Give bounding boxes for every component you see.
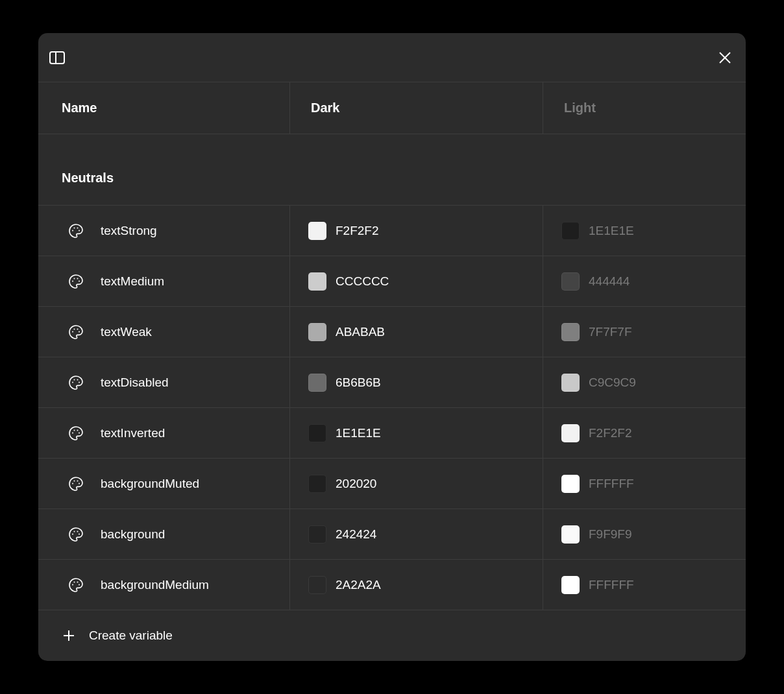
svg-point-20 bbox=[72, 432, 73, 433]
color-swatch[interactable] bbox=[561, 576, 580, 594]
variable-light-cell[interactable]: 1E1E1E bbox=[543, 206, 746, 256]
svg-point-33 bbox=[74, 581, 75, 582]
sidebar-toggle-icon[interactable] bbox=[47, 50, 67, 66]
variable-row[interactable]: textInverted 1E1E1E F2F2F2 bbox=[38, 408, 746, 459]
hex-value-light: C9C9C9 bbox=[589, 376, 636, 390]
variable-dark-cell[interactable]: 202020 bbox=[290, 459, 543, 509]
palette-icon bbox=[68, 324, 84, 340]
header-dark-label: Dark bbox=[311, 101, 339, 115]
variable-name-label: backgroundMuted bbox=[101, 477, 199, 491]
variable-name-cell[interactable]: textInverted bbox=[38, 408, 290, 458]
color-swatch[interactable] bbox=[308, 525, 326, 544]
hex-value-dark: CCCCCC bbox=[336, 274, 389, 289]
create-variable-label: Create variable bbox=[89, 628, 173, 643]
svg-point-28 bbox=[72, 533, 73, 534]
color-swatch[interactable] bbox=[561, 424, 580, 442]
svg-point-23 bbox=[79, 432, 80, 433]
variable-row[interactable]: backgroundMuted 202020 FFFFFF bbox=[38, 459, 746, 509]
variable-name-label: textDisabled bbox=[101, 376, 169, 390]
group-header: Neutrals bbox=[38, 134, 746, 206]
hex-value-dark: ABABAB bbox=[336, 325, 385, 339]
variable-dark-cell[interactable]: 242424 bbox=[290, 509, 543, 559]
svg-point-15 bbox=[79, 331, 80, 332]
variable-name-cell[interactable]: textMedium bbox=[38, 256, 290, 306]
hex-value-dark: 242424 bbox=[336, 527, 376, 542]
header-dark-column[interactable]: Dark bbox=[290, 82, 543, 134]
svg-point-34 bbox=[77, 581, 79, 582]
variable-light-cell[interactable]: F2F2F2 bbox=[543, 408, 746, 458]
palette-icon bbox=[68, 223, 84, 239]
variable-dark-cell[interactable]: 1E1E1E bbox=[290, 408, 543, 458]
palette-icon bbox=[68, 274, 84, 289]
variable-name-cell[interactable]: textWeak bbox=[38, 307, 290, 357]
color-swatch[interactable] bbox=[308, 222, 326, 240]
svg-point-27 bbox=[79, 483, 80, 484]
group-title: Neutrals bbox=[62, 171, 114, 185]
color-swatch[interactable] bbox=[308, 374, 326, 392]
variables-panel: Name Dark Light Neutrals textStrong F2F2… bbox=[38, 33, 746, 661]
svg-point-7 bbox=[79, 230, 80, 231]
color-swatch[interactable] bbox=[561, 222, 580, 240]
palette-icon bbox=[68, 527, 84, 542]
variable-name-cell[interactable]: backgroundMedium bbox=[38, 560, 290, 610]
variable-name-label: textWeak bbox=[101, 325, 152, 339]
hex-value-light: FFFFFF bbox=[589, 477, 634, 491]
header-name-column[interactable]: Name bbox=[38, 82, 290, 134]
svg-point-24 bbox=[72, 483, 73, 484]
variable-light-cell[interactable]: FFFFFF bbox=[543, 459, 746, 509]
titlebar bbox=[38, 33, 746, 82]
variable-name-label: textInverted bbox=[101, 426, 165, 440]
svg-point-4 bbox=[72, 230, 73, 231]
variable-light-cell[interactable]: 7F7F7F bbox=[543, 307, 746, 357]
color-swatch[interactable] bbox=[561, 272, 580, 291]
svg-point-17 bbox=[74, 379, 75, 380]
svg-point-5 bbox=[74, 227, 75, 228]
variable-row[interactable]: textWeak ABABAB 7F7F7F bbox=[38, 307, 746, 357]
create-variable-button[interactable]: Create variable bbox=[38, 610, 746, 661]
palette-icon bbox=[68, 476, 84, 492]
svg-point-35 bbox=[79, 584, 80, 585]
hex-value-light: F9F9F9 bbox=[589, 527, 632, 542]
hex-value-dark: 202020 bbox=[336, 477, 376, 491]
variable-light-cell[interactable]: 444444 bbox=[543, 256, 746, 306]
variable-dark-cell[interactable]: ABABAB bbox=[290, 307, 543, 357]
color-swatch[interactable] bbox=[308, 272, 326, 291]
color-swatch[interactable] bbox=[561, 374, 580, 392]
variable-dark-cell[interactable]: F2F2F2 bbox=[290, 206, 543, 256]
variable-name-cell[interactable]: textStrong bbox=[38, 206, 290, 256]
variable-row[interactable]: textDisabled 6B6B6B C9C9C9 bbox=[38, 357, 746, 408]
variable-name-cell[interactable]: background bbox=[38, 509, 290, 559]
column-headers: Name Dark Light bbox=[38, 82, 746, 134]
color-swatch[interactable] bbox=[561, 525, 580, 544]
hex-value-dark: 2A2A2A bbox=[336, 578, 381, 592]
variable-row[interactable]: textMedium CCCCCC 444444 bbox=[38, 256, 746, 307]
color-swatch[interactable] bbox=[308, 576, 326, 594]
variable-name-label: textMedium bbox=[101, 274, 164, 289]
variable-name-cell[interactable]: backgroundMuted bbox=[38, 459, 290, 509]
variable-row[interactable]: backgroundMedium 2A2A2A FFFFFF bbox=[38, 560, 746, 610]
variable-dark-cell[interactable]: CCCCCC bbox=[290, 256, 543, 306]
color-swatch[interactable] bbox=[308, 323, 326, 341]
color-swatch[interactable] bbox=[561, 323, 580, 341]
color-swatch[interactable] bbox=[561, 475, 580, 493]
variable-light-cell[interactable]: FFFFFF bbox=[543, 560, 746, 610]
svg-point-22 bbox=[77, 429, 79, 431]
svg-point-32 bbox=[72, 584, 73, 585]
header-light-column[interactable]: Light bbox=[543, 82, 746, 134]
color-swatch[interactable] bbox=[308, 424, 326, 442]
color-swatch[interactable] bbox=[308, 475, 326, 493]
hex-value-dark: 1E1E1E bbox=[336, 426, 381, 440]
palette-icon bbox=[68, 425, 84, 441]
svg-point-18 bbox=[77, 379, 79, 380]
variable-name-cell[interactable]: textDisabled bbox=[38, 357, 290, 407]
variable-row[interactable]: background 242424 F9F9F9 bbox=[38, 509, 746, 560]
close-button[interactable] bbox=[717, 50, 733, 66]
svg-point-14 bbox=[77, 328, 79, 329]
variable-row[interactable]: textStrong F2F2F2 1E1E1E bbox=[38, 206, 746, 256]
svg-point-10 bbox=[77, 278, 79, 279]
variable-dark-cell[interactable]: 2A2A2A bbox=[290, 560, 543, 610]
variable-light-cell[interactable]: F9F9F9 bbox=[543, 509, 746, 559]
variable-light-cell[interactable]: C9C9C9 bbox=[543, 357, 746, 407]
variable-name-label: backgroundMedium bbox=[101, 578, 209, 592]
variable-dark-cell[interactable]: 6B6B6B bbox=[290, 357, 543, 407]
